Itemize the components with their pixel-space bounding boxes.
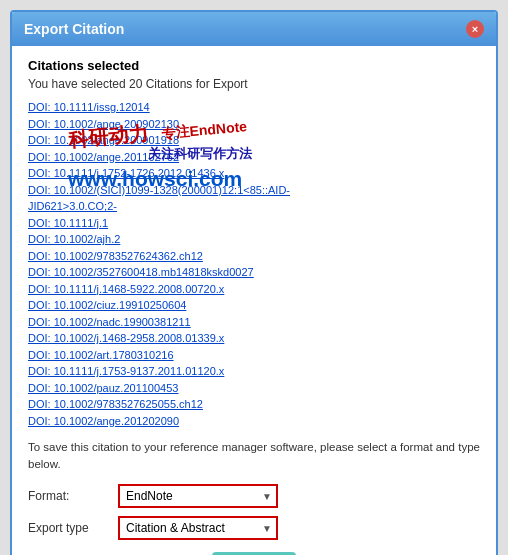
doi-item[interactable]: DOI: 10.1002/j.1468-2958.2008.01339.x: [28, 330, 480, 347]
doi-item[interactable]: DOI: 10.1002/art.1780310216: [28, 347, 480, 364]
close-button[interactable]: ×: [466, 20, 484, 38]
doi-item[interactable]: DOI: 10.1002/ange.201102762: [28, 149, 480, 166]
doi-item[interactable]: DOI: 10.1002/(SICI)1099-1328(200001)12:1…: [28, 182, 480, 199]
export-type-select[interactable]: Citation & AbstractCitation OnlyAbstract…: [118, 516, 278, 540]
format-select-wrapper: EndNoteBibTeXRISRefWorks: [118, 484, 278, 508]
export-type-label: Export type: [28, 521, 118, 535]
title-bar: Export Citation ×: [12, 12, 496, 46]
export-type-select-wrapper: Citation & AbstractCitation OnlyAbstract…: [118, 516, 278, 540]
format-select[interactable]: EndNoteBibTeXRISRefWorks: [118, 484, 278, 508]
doi-item[interactable]: DOI: 10.1002/pauz.201100453: [28, 380, 480, 397]
doi-item[interactable]: DOI: 10.1002/ange.201202090: [28, 413, 480, 430]
doi-item[interactable]: DOI: 10.1002/3527600418.mb14818kskd0027: [28, 264, 480, 281]
submit-row: Submit: [28, 552, 480, 556]
doi-item[interactable]: DOI: 10.1002/9783527625055.ch12: [28, 396, 480, 413]
doi-item[interactable]: DOI: 10.1002/ange.200902130: [28, 116, 480, 133]
doi-item[interactable]: DOI: 10.1002/ajh.2: [28, 231, 480, 248]
doi-item[interactable]: DOI: 10.1002/ciuz.19910250604: [28, 297, 480, 314]
doi-item[interactable]: DOI: 10.1111/j.1753-9137.2011.01120.x: [28, 363, 480, 380]
doi-list-container: DOI: 10.1111/issg.12014DOI: 10.1002/ange…: [28, 99, 480, 429]
doi-item[interactable]: DOI: 10.1111/j.1: [28, 215, 480, 232]
main-content: Citations selected You have selected 20 …: [12, 46, 496, 555]
description-text: To save this citation to your reference …: [28, 439, 480, 474]
doi-item[interactable]: DOI: 10.1002/9783527624362.ch12: [28, 248, 480, 265]
doi-item[interactable]: DOI: 10.1111/j.1752-1726.2012.01436.x: [28, 165, 480, 182]
doi-item[interactable]: DOI: 10.1002/nadc.19900381211: [28, 314, 480, 331]
window-title: Export Citation: [24, 21, 124, 37]
export-type-row: Export type Citation & AbstractCitation …: [28, 516, 480, 540]
format-row: Format: EndNoteBibTeXRISRefWorks: [28, 484, 480, 508]
export-citation-window: Export Citation × Citations selected You…: [10, 10, 498, 555]
doi-list: DOI: 10.1111/issg.12014DOI: 10.1002/ange…: [28, 99, 480, 429]
count-text: You have selected 20 Citations for Expor…: [28, 77, 480, 91]
format-label: Format:: [28, 489, 118, 503]
submit-button[interactable]: Submit: [212, 552, 296, 556]
doi-item[interactable]: DOI: 10.1111/issg.12014: [28, 99, 480, 116]
doi-item[interactable]: DOI: 10.1002/ange.200901918: [28, 132, 480, 149]
section-heading: Citations selected: [28, 58, 480, 73]
doi-item[interactable]: JID621>3.0.CO;2-: [28, 198, 480, 215]
doi-item[interactable]: DOI: 10.1111/j.1468-5922.2008.00720.x: [28, 281, 480, 298]
